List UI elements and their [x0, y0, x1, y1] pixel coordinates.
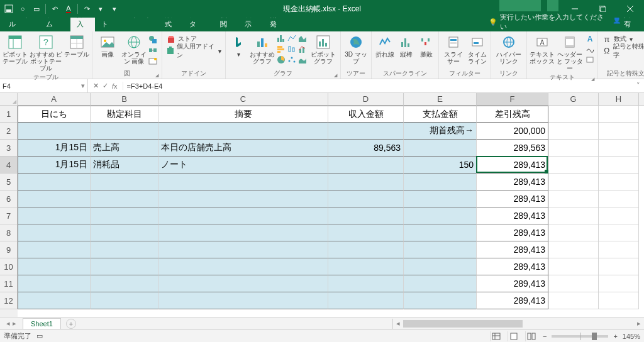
cell[interactable] [404, 275, 477, 292]
cell[interactable] [404, 174, 477, 190]
save-icon[interactable] [4, 4, 14, 14]
column-header[interactable]: B [91, 93, 158, 105]
cell[interactable] [91, 292, 158, 309]
bar-chart-icon[interactable] [276, 44, 286, 54]
combo-chart-icon[interactable] [297, 44, 308, 54]
account-area[interactable] [499, 0, 541, 11]
bing-maps-button[interactable]: ▾ [228, 33, 248, 59]
cell[interactable] [404, 258, 477, 275]
zoom-slider[interactable] [552, 335, 608, 338]
row-header[interactable]: 7 [0, 207, 18, 224]
cell[interactable]: 289,413 [477, 190, 548, 207]
cell[interactable]: 支払金額 [404, 106, 477, 123]
textbox-button[interactable]: Aテキスト ボックス [530, 33, 555, 66]
hyperlink-button[interactable]: ハイパーリンク [494, 33, 524, 66]
cell[interactable] [599, 224, 639, 241]
timeline-button[interactable]: タイム ライン [467, 33, 488, 66]
stat-chart-icon[interactable] [287, 44, 297, 54]
hscroll-thumb[interactable] [403, 320, 523, 328]
cell[interactable] [548, 140, 599, 157]
cell[interactable] [158, 224, 328, 241]
cell[interactable] [599, 123, 639, 140]
cell[interactable] [599, 207, 639, 224]
macro-record-icon[interactable]: ▭ [36, 332, 43, 340]
cell[interactable] [18, 123, 91, 140]
cell[interactable] [599, 190, 639, 207]
symbol-button[interactable]: Ω記号と特殊文字 [601, 45, 644, 57]
cell[interactable]: 289,413 [477, 174, 548, 190]
cell[interactable] [404, 241, 477, 258]
cell[interactable] [158, 275, 328, 292]
row-header[interactable]: 8 [0, 224, 18, 241]
cell[interactable] [404, 140, 477, 157]
cell[interactable] [91, 123, 158, 140]
qat-custom-icon[interactable]: ▾ [109, 4, 119, 14]
column-chart-icon[interactable] [276, 33, 286, 43]
cell[interactable] [404, 224, 477, 241]
cell[interactable] [599, 275, 639, 292]
cell[interactable] [599, 292, 639, 309]
sparkline-column-button[interactable]: 縦棒 [397, 33, 416, 59]
cell[interactable] [599, 140, 639, 157]
sheet-nav-prev-icon[interactable]: ◂ [6, 319, 10, 328]
cell[interactable] [404, 207, 477, 224]
cell[interactable] [18, 258, 91, 275]
column-header[interactable]: C [158, 93, 328, 105]
row-header[interactable]: 6 [0, 190, 18, 207]
hscroll-left-icon[interactable]: ◂ [393, 319, 403, 328]
cell[interactable] [18, 224, 91, 241]
cell[interactable] [599, 241, 639, 258]
enter-icon[interactable]: ✓ [103, 82, 108, 90]
cell[interactable] [158, 292, 328, 309]
cell[interactable] [91, 258, 158, 275]
cell[interactable] [158, 258, 328, 275]
row-header[interactable]: 9 [0, 241, 18, 258]
cell[interactable] [158, 123, 328, 140]
select-all-button[interactable] [0, 93, 18, 105]
cell[interactable] [158, 241, 328, 258]
header-footer-button[interactable]: ヘッダーと フッター [556, 33, 584, 73]
zoom-in-button[interactable]: + [613, 333, 617, 340]
page-layout-view-button[interactable] [508, 331, 520, 341]
cell[interactable] [18, 241, 91, 258]
cell[interactable]: 289,413 [477, 224, 548, 241]
shapes-icon[interactable] [148, 35, 158, 45]
qat-icon-2[interactable]: ○ [18, 4, 28, 14]
picture-button[interactable]: 画像 [95, 33, 120, 59]
screenshot-icon[interactable] [148, 56, 158, 66]
cell[interactable] [18, 174, 91, 190]
cell[interactable] [158, 174, 328, 190]
qat-more-icon[interactable]: ▾ [96, 4, 106, 14]
cell[interactable]: 1月15日 [18, 140, 91, 157]
cell[interactable]: 摘要 [158, 106, 328, 123]
cell[interactable]: 勘定科目 [91, 106, 158, 123]
cell[interactable] [548, 106, 599, 123]
cell[interactable] [328, 174, 404, 190]
row-header[interactable]: 1 [0, 106, 18, 123]
font-color-icon[interactable]: A [64, 4, 74, 14]
line-chart-icon[interactable] [287, 33, 297, 43]
cell[interactable] [599, 174, 639, 190]
surface-chart-icon[interactable] [297, 55, 308, 65]
cell[interactable] [548, 190, 599, 207]
column-header[interactable]: F [477, 93, 548, 105]
cell[interactable] [328, 190, 404, 207]
smartart-icon[interactable] [148, 45, 158, 55]
page-break-view-button[interactable] [525, 331, 538, 341]
cell[interactable] [548, 258, 599, 275]
cell[interactable]: 289,413 [477, 258, 548, 275]
cell[interactable] [548, 275, 599, 292]
cell[interactable] [404, 190, 477, 207]
cell[interactable]: 289,563 [477, 140, 548, 157]
cell[interactable]: 差引残高 [477, 106, 548, 123]
row-header[interactable]: 4 [0, 157, 18, 174]
row-header[interactable]: 3 [0, 140, 18, 157]
row-header[interactable]: 5 [0, 174, 18, 190]
cell[interactable] [404, 292, 477, 309]
cell[interactable] [91, 224, 158, 241]
row-header[interactable]: 12 [0, 292, 18, 309]
cell[interactable] [328, 292, 404, 309]
row-header[interactable]: 10 [0, 258, 18, 275]
cell[interactable] [599, 258, 639, 275]
cell[interactable]: 150 [404, 157, 477, 174]
